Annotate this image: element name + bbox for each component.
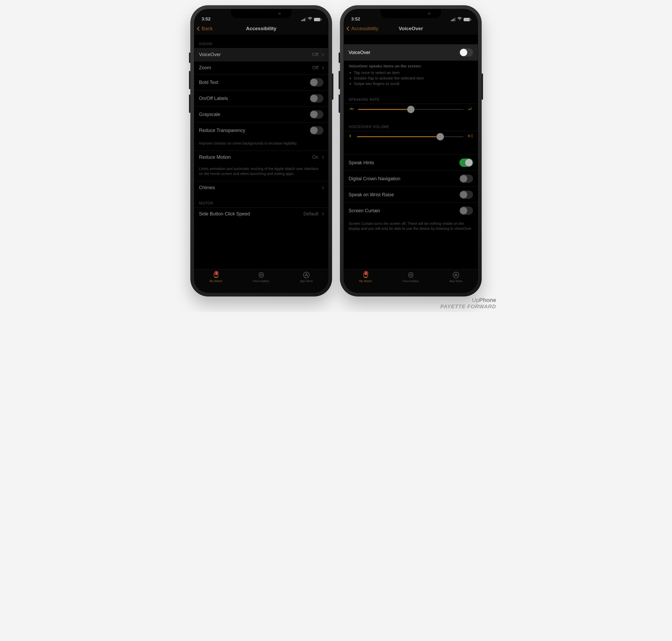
row-voiceover[interactable]: VoiceOver Off <box>194 48 328 61</box>
tab-my-watch[interactable]: 1 My Watch <box>210 271 222 283</box>
tab-bar: 1 My Watch Face Gallery App Store <box>344 269 478 292</box>
watermark: UpPhone PAYETTE FORWARD <box>440 297 496 310</box>
row-side-button-speed[interactable]: Side Button Click Speed Default <box>194 207 328 220</box>
tab-face-gallery[interactable]: Face Gallery <box>403 271 419 283</box>
tab-face-gallery[interactable]: Face Gallery <box>253 271 269 283</box>
chevron-right-icon <box>321 212 324 216</box>
mute-switch <box>189 53 190 63</box>
toggle-onoff-labels[interactable] <box>310 94 323 103</box>
settings-content[interactable]: VISION VoiceOver Off Zoom Off Bold Text … <box>194 35 328 269</box>
chevron-right-icon <box>321 155 324 159</box>
desc-item: Double-Tap to activate the selected item <box>354 75 473 81</box>
toggle-grayscale[interactable] <box>310 110 323 119</box>
row-reduce-motion[interactable]: Reduce Motion On <box>194 151 328 164</box>
row-label: VoiceOver <box>199 52 221 57</box>
desc-lead: VoiceOver speaks items on the screen: <box>349 64 421 68</box>
tab-bar: 1 My Watch Face Gallery App Store <box>194 269 328 292</box>
tab-app-store[interactable]: App Store <box>450 271 462 283</box>
tab-badge: 1 <box>214 271 219 275</box>
row-speak-hints[interactable]: Speak Hints <box>344 154 478 171</box>
phone-accessibility: 3:52 Back Accessibility VISION <box>190 5 332 297</box>
voiceover-content[interactable]: VoiceOver VoiceOver speaks items on the … <box>344 35 478 269</box>
svg-point-4 <box>260 274 262 276</box>
row-label: Grayscale <box>199 112 220 117</box>
section-header-speaking-rate: SPEAKING RATE <box>344 91 478 104</box>
cellular-signal-icon <box>451 17 456 21</box>
row-value: Off <box>312 65 319 71</box>
desc-item: Tap once to select an item <box>354 70 473 75</box>
row-label: VoiceOver <box>349 50 371 55</box>
toggle-voiceover[interactable] <box>459 48 473 57</box>
row-speak-wrist-raise[interactable]: Speak on Wrist Raise <box>344 187 478 203</box>
svg-rect-3 <box>259 273 263 277</box>
nav-bar: Back Accessibility <box>194 22 328 35</box>
status-time: 3:52 <box>202 16 211 22</box>
row-label: Screen Curtain <box>349 208 380 214</box>
row-label: Zoom <box>199 65 211 71</box>
chevron-right-icon <box>321 53 324 56</box>
tab-label: My Watch <box>359 279 372 283</box>
toggle-reduce-transparency[interactable] <box>310 126 323 135</box>
tab-my-watch[interactable]: 1 My Watch <box>359 271 372 283</box>
tab-app-store[interactable]: App Store <box>300 271 313 283</box>
tab-label: My Watch <box>210 279 222 283</box>
speaker-low-icon <box>349 134 353 139</box>
toggle-bold-text[interactable] <box>310 78 323 86</box>
row-chimes[interactable]: Chimes <box>194 181 328 194</box>
tab-label: App Store <box>450 279 462 283</box>
row-digital-crown-nav[interactable]: Digital Crown Navigation <box>344 171 478 187</box>
volume-down-button <box>189 94 190 113</box>
row-label: Bold Text <box>199 80 218 85</box>
row-label: Speak on Wrist Raise <box>349 192 394 197</box>
chevron-left-icon <box>197 26 201 31</box>
side-button <box>332 73 333 100</box>
volume-up-button <box>339 71 340 89</box>
battery-icon <box>463 18 470 21</box>
wifi-icon <box>308 17 312 22</box>
row-value: On <box>312 154 319 160</box>
row-label: Speak Hints <box>349 160 374 166</box>
rabbit-icon <box>467 107 473 112</box>
slider-volume[interactable] <box>344 131 478 145</box>
toggle-digital-crown[interactable] <box>459 175 473 183</box>
tab-label: Face Gallery <box>253 279 269 283</box>
row-voiceover-toggle[interactable]: VoiceOver <box>344 44 478 60</box>
slider-speaking-rate[interactable] <box>344 104 478 118</box>
notch <box>381 9 441 18</box>
wifi-icon <box>457 17 462 22</box>
face-gallery-icon <box>407 271 415 279</box>
row-bold-text[interactable]: Bold Text <box>194 74 328 90</box>
back-label: Accessibility <box>351 26 378 31</box>
side-button <box>482 73 483 100</box>
svg-point-10 <box>410 274 412 276</box>
nav-bar: Accessibility VoiceOver <box>344 22 478 35</box>
notch <box>231 9 291 18</box>
toggle-wrist-raise[interactable] <box>459 191 473 199</box>
voiceover-description: VoiceOver speaks items on the screen: Ta… <box>344 60 478 91</box>
chevron-right-icon <box>321 186 324 189</box>
section-header-motor: MOTOR <box>194 194 328 207</box>
volume-up-button <box>189 71 190 89</box>
nav-title: Accessibility <box>194 26 328 31</box>
row-label: Reduce Motion <box>199 154 231 160</box>
section-header-vision: VISION <box>194 35 328 48</box>
status-time: 3:52 <box>351 16 360 22</box>
back-label: Back <box>202 26 213 31</box>
footer-note-motion: Limits animation and automatic resizing … <box>194 164 328 181</box>
back-button[interactable]: Back <box>194 26 213 31</box>
row-screen-curtain[interactable]: Screen Curtain <box>344 203 478 219</box>
phone-voiceover: 3:52 Accessibility VoiceOver <box>340 5 482 297</box>
row-zoom[interactable]: Zoom Off <box>194 61 328 74</box>
toggle-speak-hints[interactable] <box>459 159 473 167</box>
row-label: Digital Crown Navigation <box>349 176 400 181</box>
row-value: Off <box>312 52 319 57</box>
row-grayscale[interactable]: Grayscale <box>194 106 328 122</box>
section-header-volume: VOICEOVER VOLUME <box>344 118 478 131</box>
row-reduce-transparency[interactable]: Reduce Transparency <box>194 122 328 138</box>
back-button[interactable]: Accessibility <box>344 26 378 31</box>
desc-item: Swipe two fingers to scroll <box>354 81 473 86</box>
toggle-screen-curtain[interactable] <box>459 206 473 215</box>
svg-rect-9 <box>409 273 413 277</box>
row-label: On/Off Labels <box>199 96 228 101</box>
row-onoff-labels[interactable]: On/Off Labels <box>194 90 328 106</box>
